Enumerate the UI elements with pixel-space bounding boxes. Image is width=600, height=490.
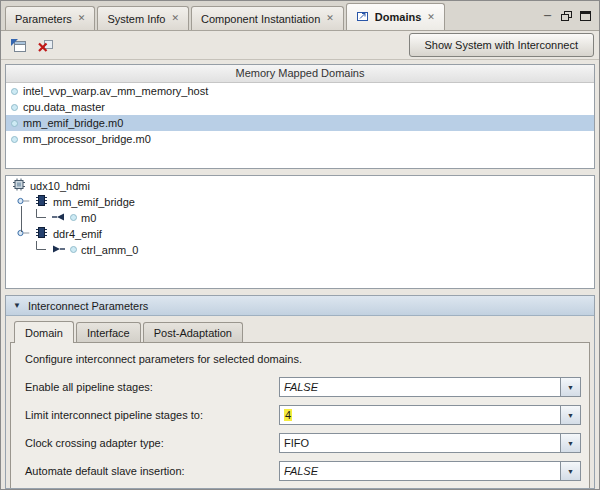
domain-label: mm_processor_bridge.m0 [23,133,151,145]
parameters-tab-bar: Domain Interface Post-Adaptation [10,316,590,342]
tree-node-label: ctrl_amm_0 [81,244,138,256]
maximize-icon[interactable] [578,9,593,22]
tree-node-label: m0 [81,212,96,224]
collapse-arrow-icon[interactable]: ▼ [13,302,21,310]
dropdown-arrow-icon[interactable]: ▼ [560,406,580,424]
domain-list-item[interactable]: mm_processor_bridge.m0 [6,131,594,147]
table-select-icon [10,38,27,53]
domain-list-item[interactable]: intel_vvp_warp.av_mm_memory_host [6,83,594,99]
close-icon[interactable]: ✕ [427,13,435,22]
tab-label: System Info [107,13,165,25]
section-title: Interconnect Parameters [28,300,148,312]
combo-value: FALSE [280,378,560,396]
tab-label: Interface [87,327,130,339]
dropdown-arrow-icon[interactable]: ▼ [560,434,580,452]
minimize-icon[interactable]: ─ [540,9,555,22]
tree-branch-icon [34,209,47,227]
tab-label: Post-Adaptation [154,327,232,339]
tab-domain[interactable]: Domain [14,321,74,343]
domain-label: mm_emif_bridge.m0 [23,117,123,129]
domain-list-item[interactable]: cpu.data_master [6,99,594,115]
remove-domain-button[interactable] [33,34,57,56]
tab-interface[interactable]: Interface [76,322,141,342]
editor-tab-bar: Parameters ✕ System Info ✕ Component Ins… [1,1,599,31]
show-system-with-interconnect-button[interactable]: Show System with Interconnect [409,33,594,57]
tab-system-info[interactable]: System Info ✕ [97,6,189,30]
tree-node-label: mm_emif_bridge [53,196,135,208]
form-row: Enable all pipeline stages: FALSE ▼ [25,377,581,397]
system-tree-panel: udx10_hdmi mm_emif_bridge m0 ddr4_emif c… [5,175,595,290]
expand-handle-icon[interactable] [16,226,30,242]
red-x-icon [37,38,54,53]
window-controls: ─ [540,9,595,30]
domains-toolbar: Show System with Interconnect [1,31,599,60]
port-in-icon [51,212,66,224]
field-label: Limit interconnect pipeline stages to: [25,409,279,421]
interface-dot-icon [70,246,77,253]
automate-default-slave-combo[interactable]: FALSE ▼ [279,461,581,481]
combo-value: 4 [280,406,560,424]
tab-label: Domains [375,11,421,23]
field-label: Clock crossing adapter type: [25,437,279,449]
tree-connector-line [21,206,22,232]
highlighted-value: 4 [284,409,292,421]
domains-list-header: Memory Mapped Domains [6,65,594,83]
tab-label: Component Instantiation [201,13,320,25]
domain-dot-icon [11,104,18,111]
tab-label: Domain [25,327,63,339]
tree-branch-icon [34,241,47,259]
tree-node[interactable]: m0 [6,210,594,226]
domain-tab-content: Configure interconnect parameters for se… [10,342,590,488]
clock-crossing-adapter-combo[interactable]: FIFO ▼ [279,433,581,453]
tab-component-instantiation[interactable]: Component Instantiation ✕ [191,6,344,30]
component-icon [34,227,49,240]
domain-dot-icon [11,136,18,143]
tree-node[interactable]: ddr4_emif [6,226,594,242]
domain-label: intel_vvp_warp.av_mm_memory_host [23,85,208,97]
port-out-icon [51,244,66,256]
tab-parameters[interactable]: Parameters ✕ [5,6,95,30]
expand-handle-icon[interactable] [16,194,30,210]
close-icon[interactable]: ✕ [326,14,334,23]
close-icon[interactable]: ✕ [78,14,86,23]
interface-dot-icon [70,214,77,221]
domain-dot-icon [11,120,18,127]
field-label: Automate default slave insertion: [25,465,279,477]
tree-node-label: ddr4_emif [53,228,102,240]
parameters-description: Configure interconnect parameters for se… [25,353,581,365]
field-label: Enable all pipeline stages: [25,381,279,393]
dropdown-arrow-icon[interactable]: ▼ [560,462,580,480]
tree-node[interactable]: ctrl_amm_0 [6,242,594,258]
table-select-button[interactable] [6,34,30,56]
form-row: Clock crossing adapter type: FIFO ▼ [25,433,581,453]
interconnect-parameters-section: ▼ Interconnect Parameters Domain Interfa… [5,295,595,489]
enable-pipeline-stages-combo[interactable]: FALSE ▼ [279,377,581,397]
tree-node-root[interactable]: udx10_hdmi [6,178,594,194]
tab-domains[interactable]: Domains ✕ [346,3,445,30]
domain-dot-icon [11,88,18,95]
form-row: Automate default slave insertion: FALSE … [25,461,581,481]
limit-pipeline-stages-field[interactable]: 4 ▼ [279,405,581,425]
tree-node-label: udx10_hdmi [30,180,90,192]
close-icon[interactable]: ✕ [171,14,179,23]
domains-view-window: Parameters ✕ System Info ✕ Component Ins… [0,0,600,490]
tab-label: Parameters [15,13,72,25]
restore-icon[interactable] [559,9,574,22]
tree-node[interactable]: mm_emif_bridge [6,194,594,210]
parameters-tab-area: Domain Interface Post-Adaptation Configu… [10,316,590,488]
dropdown-arrow-icon[interactable]: ▼ [560,378,580,396]
tab-post-adaptation[interactable]: Post-Adaptation [143,322,243,342]
combo-value: FIFO [280,434,560,452]
component-icon [34,195,49,208]
domain-list-item-selected[interactable]: mm_emif_bridge.m0 [6,115,594,131]
memory-mapped-domains-panel: Memory Mapped Domains intel_vvp_warp.av_… [5,64,595,169]
interconnect-parameters-header[interactable]: ▼ Interconnect Parameters [6,296,594,316]
domains-tab-icon [356,10,369,24]
combo-value: FALSE [280,462,560,480]
form-row: Limit interconnect pipeline stages to: 4… [25,405,581,425]
chip-icon [12,178,26,193]
domain-label: cpu.data_master [23,101,105,113]
